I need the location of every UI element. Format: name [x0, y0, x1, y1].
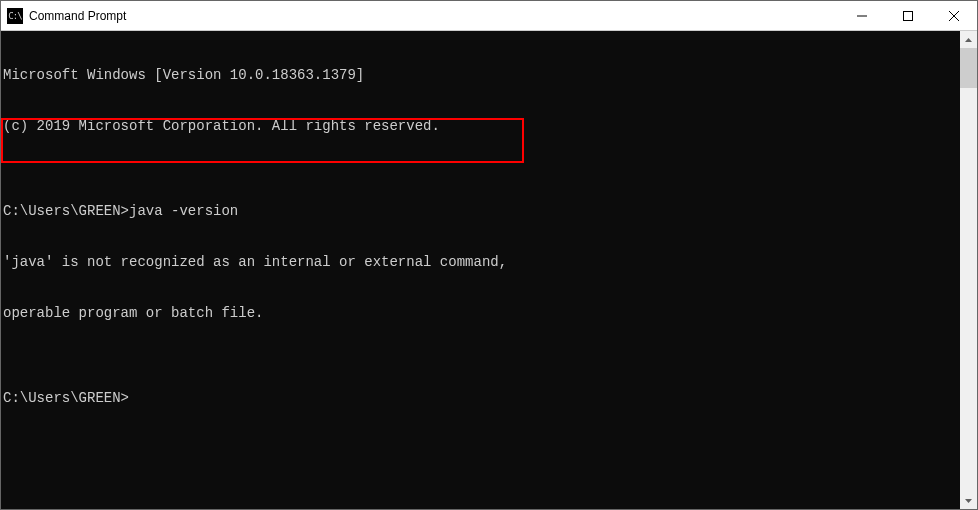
app-icon: C:\ — [7, 8, 23, 24]
terminal-line: operable program or batch file. — [3, 305, 960, 322]
chevron-up-icon — [965, 38, 972, 42]
maximize-icon — [903, 11, 913, 21]
minimize-icon — [857, 11, 867, 21]
window-title: Command Prompt — [29, 9, 839, 23]
terminal-line: 'java' is not recognized as an internal … — [3, 254, 960, 271]
window-controls — [839, 1, 977, 30]
chevron-down-icon — [965, 499, 972, 503]
scrollbar-track[interactable] — [960, 48, 977, 492]
minimize-button[interactable] — [839, 1, 885, 30]
terminal-line: C:\Users\GREEN>java -version — [3, 203, 960, 220]
svg-marker-5 — [965, 499, 972, 503]
terminal-line: (c) 2019 Microsoft Corporation. All righ… — [3, 118, 960, 135]
client-area: Microsoft Windows [Version 10.0.18363.13… — [1, 31, 977, 509]
terminal-output[interactable]: Microsoft Windows [Version 10.0.18363.13… — [1, 31, 960, 509]
close-button[interactable] — [931, 1, 977, 30]
svg-rect-1 — [904, 11, 913, 20]
vertical-scrollbar[interactable] — [960, 31, 977, 509]
scroll-up-button[interactable] — [960, 31, 977, 48]
maximize-button[interactable] — [885, 1, 931, 30]
terminal-line: C:\Users\GREEN> — [3, 390, 960, 407]
command-prompt-window: C:\ Command Prompt Microsoft — [0, 0, 978, 510]
terminal-line: Microsoft Windows [Version 10.0.18363.13… — [3, 67, 960, 84]
svg-marker-4 — [965, 38, 972, 42]
scrollbar-thumb[interactable] — [960, 48, 977, 88]
close-icon — [949, 11, 959, 21]
scroll-down-button[interactable] — [960, 492, 977, 509]
titlebar[interactable]: C:\ Command Prompt — [1, 1, 977, 31]
